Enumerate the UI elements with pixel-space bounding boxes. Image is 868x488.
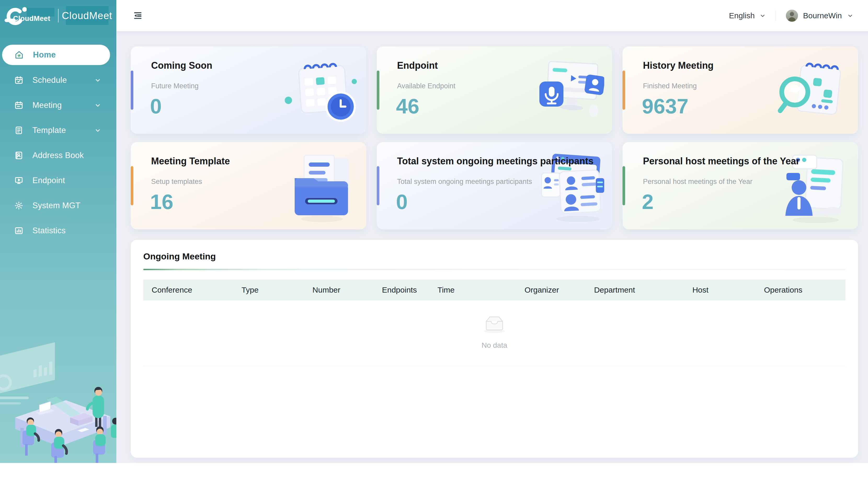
card-accent-bar: [622, 70, 625, 110]
stat-card-meeting-template[interactable]: Meeting Template Setup templates 16: [131, 142, 366, 229]
meeting-icon: [14, 101, 24, 110]
home-icon: [14, 50, 24, 60]
sidebar: CloudMeet CloudMeet Home Sche: [0, 0, 116, 463]
sidebar-item-label: Template: [32, 126, 66, 135]
column-header-conference: Conference: [143, 280, 233, 300]
stat-cards: Coming Soon Future Meeting 0: [131, 46, 858, 229]
card-subtitle: Available Endpoint: [397, 82, 612, 90]
card-subtitle: Finished Meeting: [643, 82, 858, 90]
sidebar-item-label: Statistics: [32, 226, 66, 235]
card-accent-bar: [622, 166, 625, 205]
column-header-time: Time: [429, 280, 516, 300]
panel-title: Ongoing Meeting: [143, 251, 845, 261]
card-subtitle: Personal host meetings of the Year: [643, 177, 858, 186]
card-title: Endpoint: [397, 60, 612, 71]
card-accent-bar: [377, 166, 379, 205]
sidebar-item-statistics[interactable]: Statistics: [0, 218, 116, 243]
column-header-type: Type: [233, 280, 304, 300]
sidebar-item-home[interactable]: Home: [2, 45, 110, 65]
card-value: 46: [396, 96, 612, 117]
card-accent-bar: [131, 166, 133, 205]
sidebar-item-meeting[interactable]: Meeting: [0, 93, 116, 118]
sidebar-menu: Home Schedule Meeting: [0, 45, 116, 243]
chevron-down-icon: [94, 77, 101, 84]
card-accent-bar: [131, 70, 133, 110]
card-title: Total system ongoing meetings participan…: [397, 156, 612, 167]
chevron-down-icon: [94, 102, 101, 109]
header-right: English BourneWin: [729, 0, 854, 31]
card-value: 2: [642, 192, 858, 213]
sidebar-item-label: Endpoint: [32, 176, 65, 185]
top-header: English BourneWin: [116, 0, 868, 31]
logo-text-large: CloudMeet: [62, 10, 113, 22]
logo-divider: [58, 9, 59, 23]
brand-logo[interactable]: CloudMeet CloudMeet: [0, 0, 116, 31]
user-menu[interactable]: BourneWin: [786, 10, 854, 22]
empty-state-label: No data: [482, 341, 507, 350]
username-label: BourneWin: [803, 11, 842, 20]
card-accent-bar: [377, 70, 379, 110]
logo-text-small: CloudMeet: [13, 14, 51, 23]
stat-card-ongoing-participants[interactable]: Total system ongoing meetings participan…: [377, 142, 612, 229]
endpoint-icon: [14, 176, 24, 185]
column-header-operations: Operations: [755, 280, 845, 300]
sidebar-item-label: System MGT: [32, 201, 81, 210]
cloudmeet-dashboard: CloudMeet CloudMeet Home Sche: [0, 0, 868, 488]
panel-title-underline: [143, 269, 845, 270]
card-value: 9637: [642, 96, 858, 117]
no-data-icon: [481, 314, 507, 334]
ongoing-meeting-table: Conference Type Number Endpoints Time Or…: [143, 280, 845, 300]
header-divider: [776, 10, 776, 21]
column-header-endpoints: Endpoints: [374, 280, 429, 300]
stat-card-endpoint[interactable]: Endpoint Available Endpoint 46: [377, 46, 612, 134]
card-title: Coming Soon: [151, 60, 366, 71]
language-label: English: [729, 11, 754, 20]
ongoing-meeting-panel: Ongoing Meeting Conference Type Number E…: [131, 240, 858, 458]
card-title: Meeting Template: [151, 156, 366, 167]
card-value: 16: [150, 192, 366, 213]
chevron-down-icon: [760, 12, 766, 19]
column-header-organizer: Organizer: [516, 280, 586, 300]
card-title: History Meeting: [643, 60, 858, 71]
gear-icon: [14, 201, 24, 210]
stat-card-history-meeting[interactable]: History Meeting Finished Meeting 9637: [622, 46, 858, 134]
stat-card-coming-soon[interactable]: Coming Soon Future Meeting 0: [131, 46, 366, 134]
sidebar-item-label: Home: [33, 50, 56, 60]
chevron-down-icon: [847, 12, 854, 19]
sidebar-item-label: Meeting: [32, 101, 62, 110]
empty-state: No data: [143, 300, 845, 366]
sidebar-item-system-mgt[interactable]: System MGT: [0, 193, 116, 218]
sidebar-item-endpoint[interactable]: Endpoint: [0, 168, 116, 193]
card-subtitle: Setup templates: [151, 177, 366, 186]
chevron-down-icon: [94, 127, 101, 134]
sidebar-item-schedule[interactable]: Schedule: [0, 68, 116, 93]
card-value: 0: [150, 96, 366, 117]
main-content: Coming Soon Future Meeting 0: [116, 31, 868, 463]
column-header-number: Number: [304, 280, 374, 300]
sidebar-item-template[interactable]: Template: [0, 118, 116, 143]
card-subtitle: Total system ongoing meetings participan…: [397, 177, 612, 186]
sidebar-item-address-book[interactable]: Address Book: [0, 143, 116, 168]
sidebar-meeting-illustration: [0, 338, 116, 463]
avatar: [786, 10, 798, 22]
column-header-department: Department: [586, 280, 684, 300]
table-header-row: Conference Type Number Endpoints Time Or…: [143, 280, 845, 300]
sidebar-item-label: Schedule: [32, 75, 67, 85]
card-value: 0: [396, 192, 612, 213]
column-header-host: Host: [684, 280, 755, 300]
schedule-icon: [14, 75, 24, 85]
statistics-icon: [14, 226, 24, 235]
language-selector[interactable]: English: [729, 11, 766, 20]
stat-card-personal-host-meetings[interactable]: Personal host meetings of the Year Perso…: [622, 142, 858, 229]
template-icon: [14, 126, 24, 135]
card-title: Personal host meetings of the Year: [643, 156, 858, 167]
card-subtitle: Future Meeting: [151, 82, 366, 90]
collapse-sidebar-icon[interactable]: [133, 11, 143, 21]
address-book-icon: [14, 151, 24, 160]
sidebar-item-label: Address Book: [32, 151, 84, 160]
seated-figure: [111, 418, 116, 438]
